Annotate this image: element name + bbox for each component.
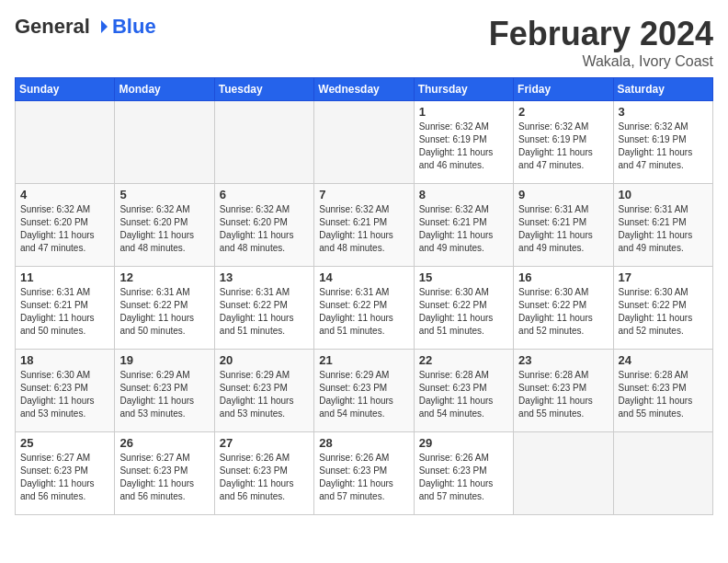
day-number: 17 [619,270,708,284]
day-info: Sunrise: 6:28 AM Sunset: 6:23 PM Dayligh… [518,369,608,420]
day-cell: 3Sunrise: 6:32 AM Sunset: 6:19 PM Daylig… [613,101,712,184]
day-info: Sunrise: 6:32 AM Sunset: 6:20 PM Dayligh… [20,203,109,255]
day-number: 15 [419,270,508,284]
day-cell [314,101,414,184]
col-header-saturday: Saturday [613,78,712,101]
day-cell: 2Sunrise: 6:32 AM Sunset: 6:19 PM Daylig… [514,101,613,184]
week-row-4: 18Sunrise: 6:30 AM Sunset: 6:23 PM Dayli… [16,350,713,432]
day-info: Sunrise: 6:32 AM Sunset: 6:21 PM Dayligh… [419,203,508,255]
page-header: General Blue February 2024 Wakala, Ivory… [15,15,713,70]
day-cell: 25Sunrise: 6:27 AM Sunset: 6:23 PM Dayli… [16,432,115,515]
day-cell [613,432,712,515]
logo-blue: Blue [112,15,156,39]
day-number: 5 [119,188,209,201]
day-cell: 13Sunrise: 6:31 AM Sunset: 6:22 PM Dayli… [214,267,313,350]
day-cell [16,101,115,184]
day-cell: 20Sunrise: 6:29 AM Sunset: 6:23 PM Dayli… [214,350,313,432]
day-info: Sunrise: 6:32 AM Sunset: 6:20 PM Dayligh… [119,203,209,255]
location: Wakala, Ivory Coast [489,53,713,70]
day-cell: 10Sunrise: 6:31 AM Sunset: 6:21 PM Dayli… [613,184,712,267]
day-cell: 6Sunrise: 6:32 AM Sunset: 6:20 PM Daylig… [214,184,313,267]
calendar-table: SundayMondayTuesdayWednesdayThursdayFrid… [15,77,713,515]
day-info: Sunrise: 6:29 AM Sunset: 6:23 PM Dayligh… [319,369,408,420]
day-cell [115,101,214,184]
day-cell: 18Sunrise: 6:30 AM Sunset: 6:23 PM Dayli… [16,350,115,432]
svg-marker-0 [101,20,108,33]
col-header-thursday: Thursday [414,78,513,101]
day-info: Sunrise: 6:27 AM Sunset: 6:23 PM Dayligh… [119,452,209,503]
day-number: 6 [220,188,309,201]
day-number: 19 [119,353,209,367]
day-number: 12 [119,270,209,284]
day-cell: 12Sunrise: 6:31 AM Sunset: 6:22 PM Dayli… [115,267,214,350]
day-cell: 8Sunrise: 6:32 AM Sunset: 6:21 PM Daylig… [414,184,513,267]
day-cell: 7Sunrise: 6:32 AM Sunset: 6:21 PM Daylig… [314,184,414,267]
week-row-3: 11Sunrise: 6:31 AM Sunset: 6:21 PM Dayli… [16,267,713,350]
day-number: 27 [220,436,309,450]
day-info: Sunrise: 6:27 AM Sunset: 6:23 PM Dayligh… [20,452,109,503]
day-cell: 28Sunrise: 6:26 AM Sunset: 6:23 PM Dayli… [314,432,414,515]
day-cell: 19Sunrise: 6:29 AM Sunset: 6:23 PM Dayli… [115,350,214,432]
day-cell: 14Sunrise: 6:31 AM Sunset: 6:22 PM Dayli… [314,267,414,350]
day-number: 2 [518,105,608,119]
day-info: Sunrise: 6:31 AM Sunset: 6:21 PM Dayligh… [518,203,608,255]
day-number: 26 [119,436,209,450]
day-cell [214,101,313,184]
day-number: 23 [518,353,608,367]
day-number: 20 [220,353,309,367]
day-number: 25 [20,436,109,450]
title-area: February 2024 Wakala, Ivory Coast [489,15,713,70]
col-header-wednesday: Wednesday [314,78,414,101]
logo-flag-icon [93,18,109,35]
day-info: Sunrise: 6:30 AM Sunset: 6:23 PM Dayligh… [20,369,109,420]
day-cell: 15Sunrise: 6:30 AM Sunset: 6:22 PM Dayli… [414,267,513,350]
day-info: Sunrise: 6:31 AM Sunset: 6:22 PM Dayligh… [319,286,408,338]
day-info: Sunrise: 6:31 AM Sunset: 6:21 PM Dayligh… [619,203,708,255]
day-cell: 4Sunrise: 6:32 AM Sunset: 6:20 PM Daylig… [16,184,115,267]
day-info: Sunrise: 6:32 AM Sunset: 6:20 PM Dayligh… [220,203,309,255]
day-number: 13 [220,270,309,284]
day-info: Sunrise: 6:29 AM Sunset: 6:23 PM Dayligh… [119,369,209,420]
day-number: 4 [20,188,109,201]
col-header-sunday: Sunday [16,78,115,101]
col-header-monday: Monday [115,78,214,101]
day-cell: 27Sunrise: 6:26 AM Sunset: 6:23 PM Dayli… [214,432,313,515]
day-cell: 22Sunrise: 6:28 AM Sunset: 6:23 PM Dayli… [414,350,513,432]
logo-general: General [15,15,90,39]
day-info: Sunrise: 6:32 AM Sunset: 6:19 PM Dayligh… [419,121,508,172]
week-row-5: 25Sunrise: 6:27 AM Sunset: 6:23 PM Dayli… [16,432,713,515]
day-cell: 16Sunrise: 6:30 AM Sunset: 6:22 PM Dayli… [514,267,613,350]
header-row: SundayMondayTuesdayWednesdayThursdayFrid… [16,78,713,101]
day-cell: 9Sunrise: 6:31 AM Sunset: 6:21 PM Daylig… [514,184,613,267]
month-title: February 2024 [489,15,713,53]
day-cell: 1Sunrise: 6:32 AM Sunset: 6:19 PM Daylig… [414,101,513,184]
day-number: 7 [319,188,408,201]
day-number: 18 [20,353,109,367]
day-number: 9 [518,188,608,201]
day-number: 21 [319,353,408,367]
day-number: 14 [319,270,408,284]
day-info: Sunrise: 6:31 AM Sunset: 6:21 PM Dayligh… [20,286,109,338]
day-cell: 24Sunrise: 6:28 AM Sunset: 6:23 PM Dayli… [613,350,712,432]
day-info: Sunrise: 6:32 AM Sunset: 6:21 PM Dayligh… [319,203,408,255]
day-cell: 21Sunrise: 6:29 AM Sunset: 6:23 PM Dayli… [314,350,414,432]
day-number: 8 [419,188,508,201]
day-cell: 23Sunrise: 6:28 AM Sunset: 6:23 PM Dayli… [514,350,613,432]
day-cell: 11Sunrise: 6:31 AM Sunset: 6:21 PM Dayli… [16,267,115,350]
week-row-1: 1Sunrise: 6:32 AM Sunset: 6:19 PM Daylig… [16,101,713,184]
day-number: 11 [20,270,109,284]
day-cell: 17Sunrise: 6:30 AM Sunset: 6:22 PM Dayli… [613,267,712,350]
day-info: Sunrise: 6:31 AM Sunset: 6:22 PM Dayligh… [119,286,209,338]
day-info: Sunrise: 6:32 AM Sunset: 6:19 PM Dayligh… [619,121,708,172]
day-info: Sunrise: 6:26 AM Sunset: 6:23 PM Dayligh… [419,452,508,503]
day-info: Sunrise: 6:28 AM Sunset: 6:23 PM Dayligh… [619,369,708,420]
day-number: 28 [319,436,408,450]
day-number: 1 [419,105,508,119]
day-info: Sunrise: 6:26 AM Sunset: 6:23 PM Dayligh… [319,452,408,503]
logo: General Blue [15,15,156,39]
day-info: Sunrise: 6:26 AM Sunset: 6:23 PM Dayligh… [220,452,309,503]
day-info: Sunrise: 6:30 AM Sunset: 6:22 PM Dayligh… [619,286,708,338]
day-number: 3 [619,105,708,119]
day-info: Sunrise: 6:30 AM Sunset: 6:22 PM Dayligh… [518,286,608,338]
day-cell: 29Sunrise: 6:26 AM Sunset: 6:23 PM Dayli… [414,432,513,515]
